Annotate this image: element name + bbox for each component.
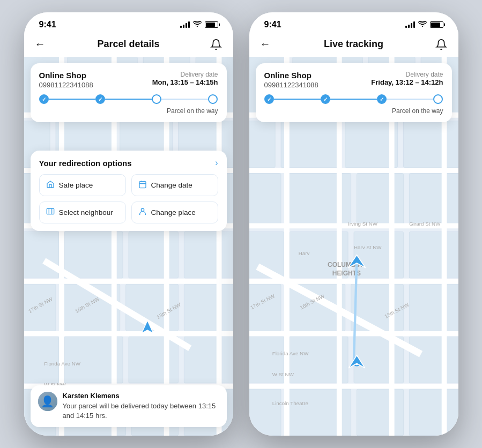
option-safe-place-label: Safe place: [59, 181, 93, 189]
wifi-icon-1: [193, 21, 202, 29]
signal-icon-1: [180, 21, 190, 28]
header-2: ← Live tracking: [249, 34, 458, 57]
progress-dot-4: [208, 94, 218, 104]
delivery-time: Mon, 13:15 – 14:15h: [152, 78, 218, 86]
parcel-info-card-live: Online Shop 09981122341088 Delivery date…: [256, 63, 452, 122]
svg-text:W St NW: W St NW: [272, 371, 294, 377]
redirection-header: Your redirection options ›: [39, 158, 218, 168]
svg-text:Florida Ave NW: Florida Ave NW: [44, 361, 80, 367]
progress-dot-live-1: [264, 94, 274, 104]
svg-marker-48: [142, 320, 153, 333]
delivery-info: Delivery date Mon, 13:15 – 14:15h: [152, 71, 218, 89]
signal-icon-2: [405, 21, 415, 28]
notification-name: Karsten Klemens: [63, 392, 219, 400]
option-select-neighbour-label: Select neighbour: [59, 208, 113, 216]
svg-rect-53: [47, 208, 54, 214]
wifi-icon-2: [418, 21, 427, 29]
svg-text:Irving St NW: Irving St NW: [348, 221, 378, 227]
progress-row: [39, 94, 218, 104]
shop-phone: 09981122341088: [39, 81, 93, 89]
option-select-neighbour[interactable]: Select neighbour: [39, 201, 126, 223]
back-button-2[interactable]: ←: [260, 38, 276, 50]
map-area-1: 17th St NW 16th St NW 13th St NW Florida…: [24, 57, 233, 436]
parcel-status-live: Parcel on the way: [392, 107, 443, 115]
svg-rect-70: [354, 232, 403, 278]
bottom-notification: Karsten Klemens Your parcel will be deli…: [31, 385, 227, 427]
option-change-date-label: Change date: [151, 181, 192, 189]
svg-rect-83: [409, 389, 458, 436]
option-change-place-label: Change place: [151, 208, 196, 216]
back-button-1[interactable]: ←: [35, 38, 51, 50]
phone-live-tracking: 9:41 ← Live tracking: [249, 12, 458, 436]
svg-text:Florida Ave NW: Florida Ave NW: [272, 350, 308, 356]
status-bar-2: 9:41: [249, 12, 458, 34]
progress-dot-3: [152, 94, 161, 104]
notification-body: Your parcel will be delivered today betw…: [63, 401, 219, 421]
option-change-place[interactable]: Change place: [131, 201, 218, 223]
svg-rect-80: [249, 389, 281, 436]
neighbour-icon: [46, 207, 55, 218]
svg-rect-61: [281, 121, 339, 168]
option-change-date[interactable]: Change date: [131, 174, 218, 196]
shop-name: Online Shop: [39, 71, 93, 80]
phone-parcel-details: 9:41 ← Parcel details: [24, 12, 233, 436]
avatar: [38, 392, 57, 411]
svg-rect-66: [357, 174, 403, 226]
svg-rect-21: [24, 337, 58, 383]
battery-icon-2: [430, 21, 443, 28]
notification-text: Karsten Klemens Your parcel will be deli…: [63, 392, 219, 421]
card-top-row: Online Shop 09981122341088 Delivery date…: [39, 71, 218, 89]
options-grid: Safe place Change date: [39, 174, 218, 223]
svg-text:Lincoln Theatre: Lincoln Theatre: [272, 400, 308, 406]
svg-text:Harv St NW: Harv St NW: [354, 244, 382, 250]
progress-line-live-1: [274, 99, 321, 100]
page-title-1: Parcel details: [97, 39, 159, 50]
svg-rect-82: [357, 389, 403, 436]
progress-line-live-3: [387, 99, 433, 100]
option-safe-place[interactable]: Safe place: [39, 174, 126, 196]
svg-rect-15: [129, 232, 178, 278]
shop-name-live: Online Shop: [264, 71, 318, 80]
map-area-2: 17th St NW 16th St NW 13th St NW Girard …: [249, 57, 458, 436]
svg-rect-63: [403, 121, 458, 168]
shop-phone-live: 09981122341088: [264, 81, 318, 89]
redirection-title: Your redirection options: [39, 159, 132, 168]
progress-line-live-2: [330, 99, 377, 100]
delivery-label-live: Delivery date: [371, 71, 443, 78]
svg-rect-24: [184, 337, 233, 383]
page-title-2: Live tracking: [324, 39, 383, 50]
header-1: ← Parcel details: [24, 34, 233, 57]
status-icons-2: [405, 21, 443, 29]
redirection-section: Your redirection options › Safe place: [31, 151, 227, 231]
svg-rect-79: [409, 337, 458, 383]
delivery-label: Delivery date: [152, 71, 218, 78]
battery-icon-1: [205, 21, 218, 28]
redirection-arrow[interactable]: ›: [215, 158, 218, 168]
nav-arrow-1: [139, 319, 155, 338]
parcel-info-card: Online Shop 09981122341088 Delivery date…: [31, 63, 227, 122]
status-time-1: 9:41: [39, 20, 56, 29]
svg-rect-75: [409, 284, 458, 331]
progress-dot-1: [39, 94, 49, 104]
progress-line-2: [105, 99, 152, 100]
progress-row-live: [264, 94, 443, 104]
delivery-time-live: Friday, 13:12 – 14:12h: [371, 78, 443, 86]
bell-button-1[interactable]: [206, 39, 222, 50]
progress-line-1: [49, 99, 95, 100]
svg-rect-60: [249, 121, 275, 168]
svg-rect-20: [184, 284, 233, 331]
parcel-status: Parcel on the way: [167, 107, 218, 115]
shop-info-live: Online Shop 09981122341088: [264, 71, 318, 89]
card-top-row-live: Online Shop 09981122341088 Delivery date…: [264, 71, 443, 89]
bell-button-2[interactable]: [431, 39, 447, 50]
progress-dot-2: [95, 94, 105, 104]
status-time-2: 9:41: [264, 20, 281, 29]
status-bar-1: 9:41: [24, 12, 233, 34]
status-icons-1: [180, 21, 218, 29]
svg-rect-49: [139, 182, 146, 188]
svg-rect-13: [24, 232, 58, 278]
svg-rect-67: [409, 174, 458, 226]
svg-rect-71: [409, 232, 458, 278]
house-icon: [46, 180, 55, 190]
progress-dot-live-2: [321, 94, 330, 104]
